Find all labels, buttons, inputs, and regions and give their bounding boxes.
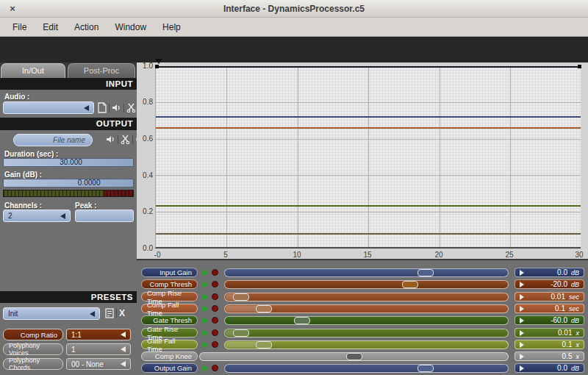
param-value-box[interactable]: -20.0dB bbox=[514, 279, 584, 289]
param-record-icon[interactable] bbox=[212, 341, 218, 348]
polyphony-voices-dropdown[interactable]: 1 bbox=[66, 343, 131, 355]
file-browse-icon[interactable] bbox=[98, 102, 107, 113]
param-value-box[interactable]: 0.0dB bbox=[514, 363, 584, 373]
param-record-icon[interactable] bbox=[212, 281, 218, 288]
preset-delete-button[interactable]: X bbox=[119, 308, 125, 318]
slider-handle[interactable] bbox=[417, 365, 434, 372]
gain-label: Gain (dB) : bbox=[4, 171, 42, 179]
param-play-icon[interactable] bbox=[203, 305, 209, 312]
preset-dropdown[interactable]: Init bbox=[3, 307, 100, 320]
gain-value: 0.0000 bbox=[78, 179, 101, 187]
lower-line bbox=[156, 233, 581, 235]
slider-handle[interactable] bbox=[346, 353, 362, 360]
slider-handle[interactable] bbox=[233, 293, 249, 301]
param-record-icon[interactable] bbox=[212, 305, 218, 312]
menu-bar: File Edit Action Window Help bbox=[0, 18, 588, 37]
slider-handle[interactable] bbox=[294, 317, 310, 324]
param-play-icon[interactable] bbox=[203, 365, 209, 372]
slider-handle[interactable] bbox=[402, 281, 418, 288]
param-value: 0.01 bbox=[524, 293, 565, 301]
edit-position-marker[interactable] bbox=[155, 59, 162, 64]
tab-strip: In/Out Post-Proc bbox=[0, 63, 137, 78]
gain-line bbox=[156, 116, 581, 118]
tab-post-proc[interactable]: Post-Proc bbox=[68, 63, 135, 78]
tab-in-out[interactable]: In/Out bbox=[1, 63, 65, 78]
slider-handle[interactable] bbox=[417, 269, 434, 276]
param-play-icon[interactable] bbox=[203, 341, 209, 349]
y-tick: 0.8 bbox=[137, 98, 153, 106]
menu-file[interactable]: File bbox=[4, 20, 35, 35]
audition-speaker-icon[interactable] bbox=[112, 103, 121, 113]
param-slider[interactable] bbox=[224, 293, 509, 301]
edit-scissors-icon[interactable] bbox=[126, 103, 136, 113]
title-bar: × Interface - DynamicsProcessor.c5 bbox=[0, 0, 588, 18]
plot-area[interactable] bbox=[155, 66, 581, 249]
param-play-icon[interactable] bbox=[203, 329, 209, 337]
parameter-slider-panel: Input Gain 0.0dB Comp Thresh -20.0dB Com… bbox=[137, 259, 588, 375]
output-speaker-icon[interactable] bbox=[106, 135, 115, 144]
param-slider[interactable] bbox=[224, 304, 509, 313]
param-value-box[interactable]: -60.0dB bbox=[514, 315, 584, 325]
menu-help[interactable]: Help bbox=[154, 20, 189, 35]
param-record-icon[interactable] bbox=[212, 293, 218, 300]
audio-source-dropdown[interactable] bbox=[3, 101, 94, 114]
slider-handle[interactable] bbox=[256, 341, 272, 349]
param-record-icon[interactable] bbox=[212, 269, 218, 276]
param-play-icon[interactable] bbox=[203, 269, 209, 276]
comp-ratio-dropdown[interactable]: 1:1 bbox=[66, 329, 131, 340]
param-record-icon[interactable] bbox=[212, 365, 218, 371]
overall-amplitude-envelope[interactable] bbox=[156, 66, 581, 68]
polyphony-voices-button[interactable]: Polyphony Voices bbox=[3, 343, 63, 355]
param-label-button[interactable]: Comp Fall Time bbox=[141, 304, 198, 313]
param-play-icon[interactable] bbox=[203, 317, 209, 324]
param-label-button[interactable]: Comp Knee bbox=[141, 351, 198, 361]
envelope-node[interactable] bbox=[155, 65, 159, 68]
param-label-button[interactable]: Gate Fall Time bbox=[141, 340, 198, 349]
param-play-icon[interactable] bbox=[203, 293, 209, 301]
file-name-button[interactable]: File name bbox=[13, 134, 93, 146]
slider-handle[interactable] bbox=[233, 329, 249, 337]
x-tick: 5 bbox=[223, 251, 228, 259]
param-value-box[interactable]: 0.1sec bbox=[514, 304, 584, 313]
param-value-box[interactable]: 0.01sec bbox=[514, 292, 584, 301]
param-record-icon[interactable] bbox=[212, 317, 218, 324]
param-slider[interactable] bbox=[224, 280, 509, 289]
param-slider[interactable] bbox=[224, 329, 509, 338]
param-slider[interactable] bbox=[224, 268, 509, 277]
param-record-icon[interactable] bbox=[212, 329, 218, 336]
slider-row: Comp Fall Time 0.1sec bbox=[141, 304, 584, 313]
param-label-button[interactable]: Output Gain bbox=[141, 363, 198, 373]
comp-ratio-button[interactable]: Comp Ratio bbox=[3, 329, 63, 340]
window-close-button[interactable]: × bbox=[7, 3, 18, 15]
preset-save-icon[interactable] bbox=[105, 308, 114, 318]
param-value-box[interactable]: 0.5x bbox=[514, 351, 584, 361]
polyphony-chords-dropdown[interactable]: 00 - None bbox=[66, 358, 131, 370]
duration-slider[interactable]: 30.000 bbox=[3, 158, 134, 167]
param-value-box[interactable]: 0.01x bbox=[514, 328, 584, 338]
param-slider[interactable] bbox=[224, 364, 509, 373]
slider-row: Gate Rise Time 0.01x bbox=[141, 328, 584, 338]
channels-dropdown[interactable]: 2 bbox=[3, 210, 71, 222]
polyphony-chords-button[interactable]: Polyphony Chords bbox=[3, 358, 63, 370]
param-label-button[interactable]: Comp Thresh bbox=[141, 279, 198, 289]
param-play-icon[interactable] bbox=[203, 281, 209, 288]
param-value-box[interactable]: 0.0dB bbox=[514, 268, 584, 277]
peak-label: Peak : bbox=[75, 201, 96, 210]
gain-slider[interactable]: 0.0000 bbox=[3, 179, 134, 188]
output-scissors-icon[interactable] bbox=[121, 135, 130, 144]
comp-thresh-line bbox=[156, 127, 581, 129]
menu-action[interactable]: Action bbox=[66, 20, 107, 35]
level-meter bbox=[3, 190, 134, 197]
envelope-node[interactable] bbox=[578, 65, 581, 68]
slider-row: Comp Knee 0.5x bbox=[141, 351, 584, 361]
param-label-button[interactable]: Gate Thresh bbox=[141, 315, 198, 325]
param-slider[interactable] bbox=[199, 352, 509, 361]
param-label-button[interactable]: Input Gain bbox=[141, 268, 198, 277]
slider-handle[interactable] bbox=[256, 305, 272, 312]
menu-window[interactable]: Window bbox=[107, 20, 154, 35]
dropdown-arrow-icon bbox=[90, 311, 95, 317]
param-value-box[interactable]: 0.1x bbox=[514, 340, 584, 349]
menu-edit[interactable]: Edit bbox=[35, 20, 66, 35]
param-slider[interactable] bbox=[224, 340, 509, 349]
param-slider[interactable] bbox=[224, 316, 509, 325]
